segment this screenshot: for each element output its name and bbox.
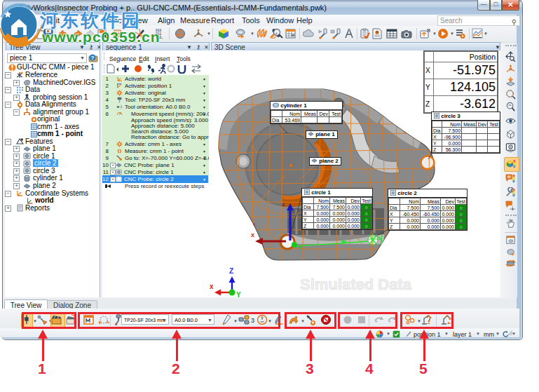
svg-text:+: + xyxy=(275,31,278,35)
svg-text:?: ? xyxy=(91,55,95,61)
svg-text:x: x xyxy=(210,283,214,290)
svg-text:Z: Z xyxy=(229,267,233,275)
svg-text:Y: Y xyxy=(298,244,302,251)
svg-text:x: x xyxy=(253,222,256,227)
svg-text:Simulated Data: Simulated Data xyxy=(300,276,412,293)
svg-text:x: x xyxy=(251,231,254,238)
svg-text:Y: Y xyxy=(236,291,241,297)
svg-text:z: z xyxy=(282,201,285,208)
